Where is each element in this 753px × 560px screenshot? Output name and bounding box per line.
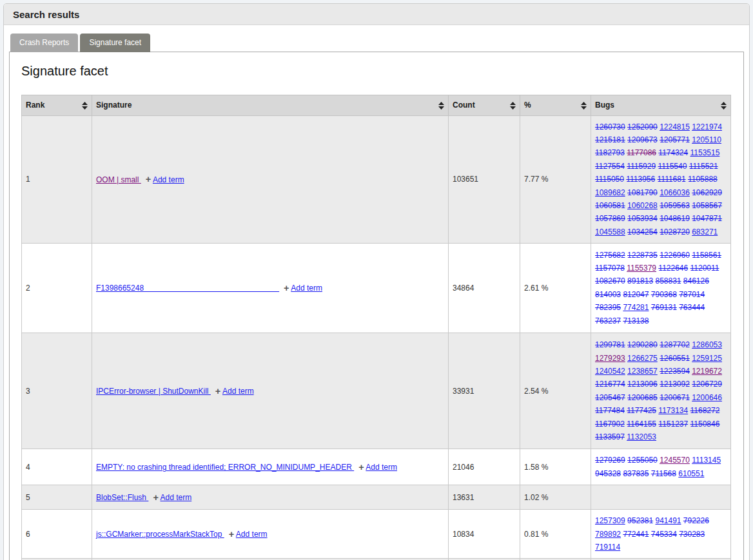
column-header-rank[interactable]: Rank (22, 95, 92, 116)
bug-link[interactable]: 1177086 (627, 148, 656, 157)
bug-link[interactable]: 1209673 (627, 135, 658, 144)
bug-link[interactable]: 1034254 (627, 227, 658, 237)
bug-link[interactable]: 790368 (651, 290, 677, 299)
bug-link[interactable]: 1127554 (595, 162, 625, 171)
bug-link[interactable]: 792226 (683, 516, 709, 525)
bug-link[interactable]: 1299781 (595, 340, 625, 349)
bug-link[interactable]: 1224815 (660, 122, 690, 131)
bug-link[interactable]: 1115540 (658, 162, 687, 171)
bug-link[interactable]: 1213096 (627, 380, 658, 389)
bug-link[interactable]: 787014 (679, 290, 705, 299)
bug-link[interactable]: 1200671 (660, 393, 690, 402)
bug-link[interactable]: 1111681 (658, 175, 686, 184)
bug-link[interactable]: 1205771 (660, 135, 690, 144)
bug-link[interactable]: 1286053 (692, 340, 722, 349)
bug-link[interactable]: 1223594 (660, 367, 690, 376)
bug-link[interactable]: 1245570 (660, 456, 690, 465)
bug-link[interactable]: 1028720 (660, 227, 690, 237)
bug-link[interactable]: 719114 (595, 543, 620, 552)
bug-link[interactable]: 1115050 (595, 175, 624, 184)
bug-link[interactable]: 1168272 (690, 406, 720, 415)
bug-link[interactable]: 1122646 (658, 264, 688, 273)
bug-link[interactable]: 1066036 (660, 188, 690, 197)
tab-signature-facet[interactable]: Signature facet (80, 34, 150, 52)
bug-link[interactable]: 1260551 (660, 354, 690, 363)
bug-link[interactable]: 1060268 (627, 201, 658, 210)
bug-link[interactable]: 1275682 (595, 251, 625, 260)
bug-link[interactable]: 1058567 (692, 201, 722, 210)
bug-link[interactable]: 1290280 (627, 340, 658, 349)
bug-link[interactable]: 1205467 (595, 393, 625, 402)
add-term-link[interactable]: Add term (236, 530, 268, 539)
bug-link[interactable]: 763444 (679, 303, 705, 312)
bug-link[interactable]: 1060581 (595, 201, 625, 210)
bug-link[interactable]: 1177484 (595, 406, 625, 415)
bug-link[interactable]: 1260730 (595, 122, 625, 131)
bug-link[interactable]: 1113956 (626, 175, 655, 184)
bug-link[interactable]: 774281 (623, 303, 649, 312)
bug-link[interactable]: 945328 (595, 469, 621, 478)
bug-link[interactable]: 1120011 (690, 264, 719, 273)
signature-link[interactable]: BlobSet::Flush (96, 493, 148, 502)
bug-link[interactable]: 1216774 (595, 380, 625, 389)
add-term-link[interactable]: Add term (161, 493, 192, 502)
bug-link[interactable]: 1151237 (658, 420, 688, 429)
bug-link[interactable]: 1155379 (627, 264, 656, 273)
add-term-link[interactable]: Add term (222, 387, 254, 396)
bug-link[interactable]: 782395 (595, 303, 621, 312)
bug-link[interactable]: 1177425 (627, 406, 656, 415)
bug-link[interactable]: 1206729 (692, 380, 722, 389)
bug-link[interactable]: 846126 (683, 276, 709, 285)
bug-link[interactable]: 1238657 (627, 367, 658, 376)
bug-link[interactable]: 763237 (595, 316, 621, 325)
tab-crash-reports[interactable]: Crash Reports (10, 34, 78, 52)
bug-link[interactable]: 1215181 (595, 135, 625, 144)
bug-link[interactable]: 1053934 (627, 214, 658, 223)
bug-link[interactable]: 1105888 (688, 175, 718, 184)
column-header-percent[interactable]: % (520, 95, 591, 116)
bug-link[interactable]: 891813 (627, 276, 653, 285)
bug-link[interactable]: 1164155 (627, 420, 656, 429)
bug-link[interactable]: 1226960 (660, 251, 690, 260)
bug-link[interactable]: 683271 (692, 227, 718, 237)
bug-link[interactable]: 1259125 (692, 354, 722, 363)
bug-link[interactable]: 610551 (678, 469, 704, 478)
bug-link[interactable]: 1045588 (595, 227, 625, 237)
bug-link[interactable]: 1173134 (658, 406, 688, 415)
bug-link[interactable]: 1153515 (690, 148, 720, 157)
bug-link[interactable]: 1158561 (692, 251, 721, 260)
bug-link[interactable]: 1113145 (692, 456, 721, 465)
bug-link[interactable]: 1167902 (595, 420, 625, 429)
signature-link[interactable]: EMPTY: no crashing thread identified; ER… (96, 463, 354, 472)
add-term-link[interactable]: Add term (291, 284, 322, 293)
column-header-signature[interactable]: Signature (92, 95, 449, 116)
bug-link[interactable]: 1255050 (627, 456, 658, 465)
bug-link[interactable]: 812047 (623, 290, 649, 299)
bug-link[interactable]: 730283 (679, 530, 705, 539)
bug-link[interactable]: 1059563 (660, 201, 690, 210)
signature-link[interactable]: F1398665248 (96, 284, 279, 293)
column-header-count[interactable]: Count (449, 95, 520, 116)
bug-link[interactable]: 1150846 (690, 420, 720, 429)
bug-link[interactable]: 1048619 (660, 214, 690, 223)
bug-link[interactable]: 1082670 (595, 276, 625, 285)
bug-link[interactable]: 1089682 (595, 188, 625, 197)
bug-link[interactable]: 1115929 (627, 162, 656, 171)
bug-link[interactable]: 1157078 (595, 264, 625, 273)
bug-link[interactable]: 711568 (651, 469, 676, 478)
bug-link[interactable]: 837835 (623, 469, 649, 478)
signature-link[interactable]: OOM | small (96, 175, 141, 184)
bug-link[interactable]: 1132053 (627, 432, 656, 441)
bug-link[interactable]: 1219672 (692, 367, 722, 376)
signature-link[interactable]: js::GCMarker::processMarkStackTop (96, 530, 224, 539)
bug-link[interactable]: 1200685 (627, 393, 658, 402)
bug-link[interactable]: 1174324 (658, 148, 688, 157)
bug-link[interactable]: 772441 (623, 530, 649, 539)
bug-link[interactable]: 1213092 (660, 380, 690, 389)
bug-link[interactable]: 952381 (627, 516, 653, 525)
bug-link[interactable]: 1287702 (660, 340, 690, 349)
bug-link[interactable]: 1200646 (692, 393, 722, 402)
bug-link[interactable]: 1182793 (595, 148, 625, 157)
bug-link[interactable]: 789892 (595, 530, 621, 539)
bug-link[interactable]: 1279293 (595, 354, 625, 363)
